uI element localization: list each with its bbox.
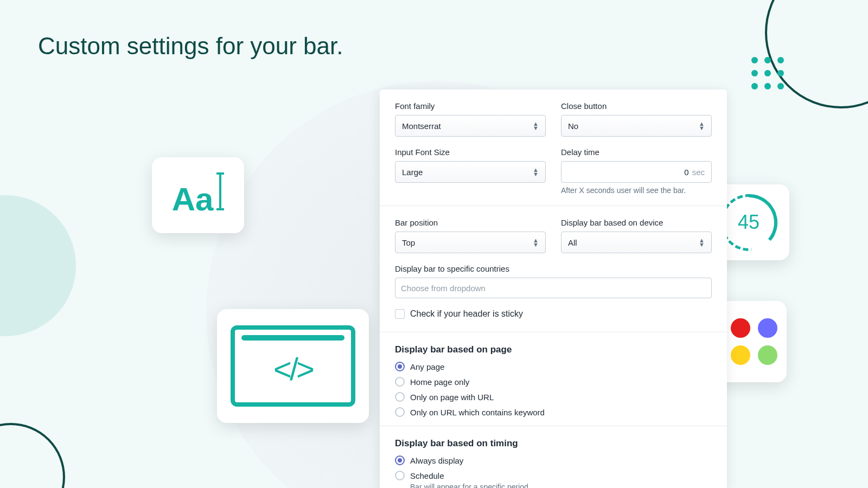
display-device-select[interactable]: All ▲▼ <box>561 232 712 253</box>
radio-icon <box>395 455 405 465</box>
delay-time-label: Delay time <box>561 147 712 157</box>
delay-time-hint: After X seconds user will see the bar. <box>561 186 712 195</box>
radio-home-page-only[interactable]: Home page only <box>395 377 712 387</box>
countries-label: Display bar to specific countries <box>395 264 712 273</box>
radio-icon <box>395 407 405 417</box>
section-divider <box>380 206 727 206</box>
font-sample-icon: Aa <box>172 172 225 218</box>
radio-label: Schedule <box>410 471 444 480</box>
sticky-header-checkbox[interactable] <box>395 309 405 319</box>
radio-icon <box>395 471 405 480</box>
radio-label: Only on URL which contains keyword <box>410 408 545 417</box>
radio-icon <box>395 362 405 371</box>
display-device-value: All <box>568 238 577 247</box>
swatch-green <box>758 345 777 365</box>
decorative-circle-top-right <box>765 0 868 108</box>
bar-position-value: Top <box>402 238 415 247</box>
timing-section-title: Display bar based on timing <box>395 438 712 449</box>
delay-time-unit: sec <box>692 168 705 177</box>
radio-icon <box>395 392 405 402</box>
section-divider <box>380 426 727 426</box>
countries-placeholder: Choose from dropdown <box>401 284 486 293</box>
radio-schedule[interactable]: Schedule <box>395 471 712 480</box>
display-device-label: Display bar based on device <box>561 218 712 227</box>
font-illustration-card: Aa <box>152 157 244 233</box>
select-chevron-icon: ▲▼ <box>699 121 705 130</box>
radio-label: Only on page with URL <box>410 393 494 402</box>
input-font-size-value: Large <box>402 168 423 177</box>
schedule-hint: Bar will appear for a specific period <box>410 483 712 488</box>
radio-label: Always display <box>410 456 463 465</box>
select-chevron-icon: ▲▼ <box>533 238 539 247</box>
swatch-red <box>731 318 750 338</box>
radio-icon <box>395 377 405 387</box>
radio-only-url-keyword[interactable]: Only on URL which contains keyword <box>395 407 712 417</box>
input-font-size-select[interactable]: Large ▲▼ <box>395 161 546 183</box>
swatch-purple <box>758 318 777 338</box>
radio-label: Any page <box>410 362 444 371</box>
select-chevron-icon: ▲▼ <box>533 168 539 176</box>
code-window-icon: </> <box>231 325 355 407</box>
page-display-section-title: Display bar based on page <box>395 344 712 355</box>
font-family-label: Font family <box>395 101 546 111</box>
code-illustration-card: </> <box>217 309 369 423</box>
font-family-value: Montserrat <box>402 121 441 131</box>
radio-always-display[interactable]: Always display <box>395 455 712 465</box>
delay-time-value: 0 <box>684 168 688 177</box>
select-chevron-icon: ▲▼ <box>533 121 539 130</box>
close-button-value: No <box>568 121 578 131</box>
close-button-label: Close button <box>561 101 712 111</box>
select-chevron-icon: ▲▼ <box>699 238 705 247</box>
input-font-size-label: Input Font Size <box>395 147 546 157</box>
radio-label: Home page only <box>410 377 469 387</box>
delay-time-input[interactable]: 0 sec <box>561 161 712 183</box>
decorative-circle-bottom-left <box>0 423 65 488</box>
bar-position-select[interactable]: Top ▲▼ <box>395 232 546 253</box>
radio-only-url[interactable]: Only on page with URL <box>395 392 712 402</box>
font-family-select[interactable]: Montserrat ▲▼ <box>395 115 546 137</box>
close-button-select[interactable]: No ▲▼ <box>561 115 712 137</box>
background-blob-left <box>0 195 76 336</box>
section-divider <box>380 332 727 332</box>
bar-position-label: Bar position <box>395 218 546 227</box>
decorative-dot-grid <box>751 57 784 89</box>
settings-panel: Font family Montserrat ▲▼ Close button N… <box>380 89 727 488</box>
sticky-header-label: Check if your header is sticky <box>410 309 523 319</box>
page-title: Custom settings for your bar. <box>38 33 343 60</box>
countries-dropdown[interactable]: Choose from dropdown <box>395 278 712 298</box>
swatch-yellow <box>731 345 750 365</box>
timer-icon: 45 <box>720 194 777 251</box>
radio-any-page[interactable]: Any page <box>395 362 712 371</box>
